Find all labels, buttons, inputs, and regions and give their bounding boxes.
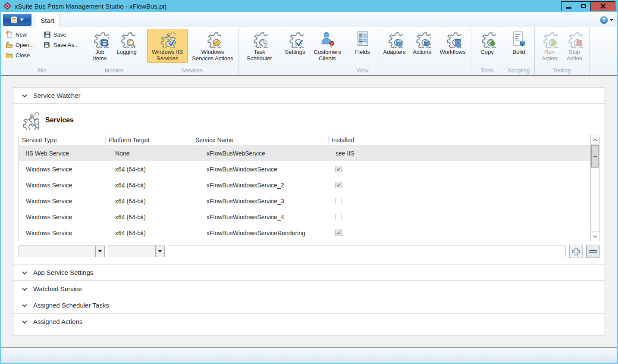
scroll-down-icon (593, 235, 597, 238)
help-icon: ? (600, 16, 608, 24)
logging-button[interactable]: Logging (113, 29, 141, 56)
expander-assigned-scheduler-tasks[interactable]: Assigned Scheduler Tasks (13, 297, 605, 313)
windows-services-actions-button[interactable]: Windows Services Actions (188, 29, 237, 63)
close-icon (600, 3, 606, 9)
cell-platform-target: x64 (64-bit) (106, 230, 192, 236)
table-row[interactable]: IIS Web Service None xFlowBusWebService … (19, 145, 590, 161)
installed-checkbox[interactable] (336, 198, 342, 204)
task-scheduler-button[interactable]: Task Scheduler (242, 29, 277, 63)
scroll-down-button[interactable] (591, 231, 599, 241)
open-button[interactable]: Open... (6, 40, 44, 50)
column-header-installed[interactable]: Installed (329, 135, 391, 145)
build-button[interactable]: Build (507, 29, 530, 56)
maximize-button[interactable] (576, 1, 591, 11)
scrollbar-thumb[interactable] (591, 145, 599, 168)
workflows-button[interactable]: Workflows (436, 29, 470, 56)
chevron-down-icon (22, 302, 27, 307)
table-row[interactable]: Windows Service x64 (64-bit) xFlowBusWin… (19, 225, 590, 241)
group-label-view: View (346, 67, 379, 74)
app-diamond-icon (3, 2, 11, 10)
expander-app-service-settings[interactable]: App Service Settings (13, 264, 605, 280)
minimize-button[interactable] (561, 1, 576, 11)
service-editor-row (19, 245, 599, 258)
open-label: Open... (16, 42, 34, 48)
actions-button[interactable]: Actions (410, 29, 435, 56)
help-button[interactable]: ? (600, 16, 613, 24)
table-row[interactable]: Windows Service x64 (64-bit) xFlowBusWin… (19, 177, 590, 193)
thumb-grip-icon (593, 156, 597, 157)
stop-action-icon (566, 31, 583, 48)
actions-icon (414, 31, 431, 48)
remove-service-button[interactable] (586, 245, 599, 258)
task-scheduler-label: Task Scheduler (247, 49, 272, 62)
cell-service-name: xFlowBusWindowsServiceRendering (192, 230, 329, 236)
copy-button[interactable]: Copy (475, 29, 499, 56)
stop-action-button[interactable]: Stop Action (562, 29, 587, 63)
run-action-button[interactable]: Run Action (537, 29, 562, 63)
save-as-button[interactable]: Save As... (44, 40, 88, 50)
window-controls (562, 1, 615, 11)
job-items-button[interactable]: Job Items (88, 29, 112, 63)
installed-checkbox[interactable]: ✓ (336, 166, 342, 172)
installed-checkbox[interactable]: ✓ (336, 182, 342, 188)
content-area: Service Watcher Services Service Ty (1, 76, 617, 347)
workflows-icon (444, 31, 461, 48)
tab-start[interactable]: Start (35, 14, 60, 27)
run-action-label: Run Action (542, 49, 557, 62)
installed-checkbox[interactable] (336, 214, 342, 220)
installed-checkbox[interactable]: ✓ (336, 230, 342, 236)
windows-iis-services-icon (159, 31, 176, 48)
expander-assigned-actions[interactable]: Assigned Actions (13, 313, 605, 330)
tab-start-label: Start (41, 17, 54, 24)
close-button-file[interactable]: Close (6, 51, 44, 60)
expander-watched-service[interactable]: Watched Service (13, 280, 605, 297)
assigned-actions-label: Assigned Actions (33, 318, 82, 325)
minus-icon (588, 247, 598, 256)
run-action-icon (541, 31, 558, 48)
scroll-up-button[interactable] (591, 135, 599, 145)
combo-dropdown-button[interactable] (155, 246, 164, 257)
cell-service-type: Windows Service (19, 182, 106, 189)
build-label: Build (513, 49, 525, 55)
minimize-icon (566, 7, 571, 9)
gears-icon (19, 111, 39, 130)
platform-target-combobox[interactable] (108, 246, 165, 257)
logging-icon (118, 31, 135, 48)
windows-iis-services-button[interactable]: Windows IIS Services (147, 29, 188, 63)
close-button[interactable] (590, 1, 615, 11)
fields-button[interactable]: Fields (350, 29, 375, 56)
ribbon-group-monitor: Job Items Logging Monitor (83, 27, 145, 75)
windows-iis-services-label: Windows IIS Services (152, 49, 183, 62)
column-header-platform-target[interactable]: Platform Target (106, 135, 192, 145)
column-header-service-name[interactable]: Service Name (192, 135, 329, 145)
group-label-services: Services (145, 67, 238, 74)
open-folder-icon (6, 41, 13, 49)
vertical-scrollbar[interactable] (590, 135, 599, 241)
service-name-input[interactable] (168, 246, 566, 257)
adapters-button[interactable]: Adapters (380, 29, 409, 56)
chevron-down-icon (22, 286, 27, 290)
copy-icon (479, 31, 496, 48)
add-service-button[interactable] (569, 245, 583, 258)
thumb-grip-icon (593, 155, 597, 156)
service-type-combobox-value (19, 246, 95, 257)
services-heading: Services (19, 111, 599, 130)
cell-service-type: Windows Service (19, 198, 106, 205)
settings-button[interactable]: Settings (281, 29, 309, 56)
table-row[interactable]: Windows Service x64 (64-bit) xFlowBusWin… (19, 209, 590, 225)
services-table: Service Type Platform Target Service Nam… (19, 135, 599, 241)
chevron-down-icon (22, 269, 27, 274)
customers-clients-button[interactable]: Customers Clients (310, 29, 345, 63)
table-row[interactable]: Windows Service x64 (64-bit) xFlowBusWin… (19, 161, 590, 177)
table-row[interactable]: Windows Service x64 (64-bit) xFlowBusWin… (19, 193, 590, 209)
fields-icon (354, 31, 371, 48)
expander-service-watcher[interactable]: Service Watcher (13, 87, 605, 104)
service-type-combobox[interactable] (19, 246, 105, 257)
close-label: Close (16, 52, 30, 59)
ribbon-group-services: Windows IIS Services Windows Services Ac… (145, 27, 239, 75)
new-button[interactable]: New (6, 30, 44, 39)
combo-dropdown-button[interactable] (95, 246, 104, 257)
column-header-service-type[interactable]: Service Type (19, 135, 106, 145)
save-button[interactable]: Save (44, 30, 88, 39)
app-menu-button[interactable] (3, 14, 31, 26)
